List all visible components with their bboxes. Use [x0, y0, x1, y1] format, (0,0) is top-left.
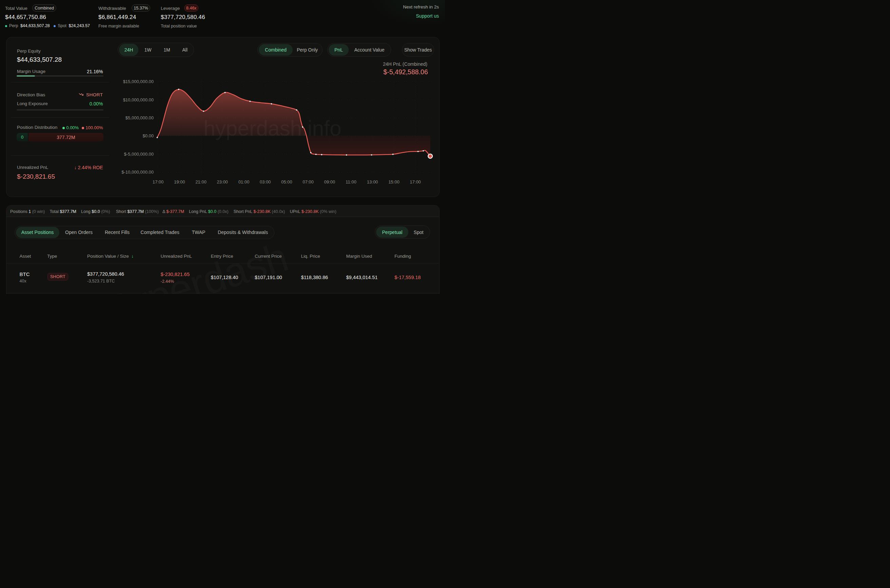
svg-text:$-5,000,000.00: $-5,000,000.00 [124, 152, 154, 157]
svg-text:$15,000,000.00: $15,000,000.00 [123, 79, 154, 84]
svg-text:15:00: 15:00 [388, 179, 399, 184]
svg-text:09:00: 09:00 [324, 179, 335, 184]
svg-text:07:00: 07:00 [303, 179, 314, 184]
svg-text:01:00: 01:00 [239, 179, 250, 184]
svg-text:13:00: 13:00 [367, 179, 378, 184]
svg-text:05:00: 05:00 [281, 179, 293, 184]
svg-text:21:00: 21:00 [195, 179, 207, 184]
svg-text:17:00: 17:00 [153, 179, 164, 184]
svg-text:$5,000,000.00: $5,000,000.00 [126, 115, 154, 120]
svg-text:03:00: 03:00 [260, 179, 271, 184]
svg-text:$0.00: $0.00 [143, 133, 154, 138]
svg-text:11:00: 11:00 [346, 179, 356, 184]
svg-text:$-10,000,000.00: $-10,000,000.00 [122, 170, 154, 175]
svg-text:23:00: 23:00 [217, 179, 228, 184]
svg-text:19:00: 19:00 [174, 179, 185, 184]
svg-text:17:00: 17:00 [410, 179, 421, 184]
svg-text:$10,000,000.00: $10,000,000.00 [123, 98, 154, 102]
